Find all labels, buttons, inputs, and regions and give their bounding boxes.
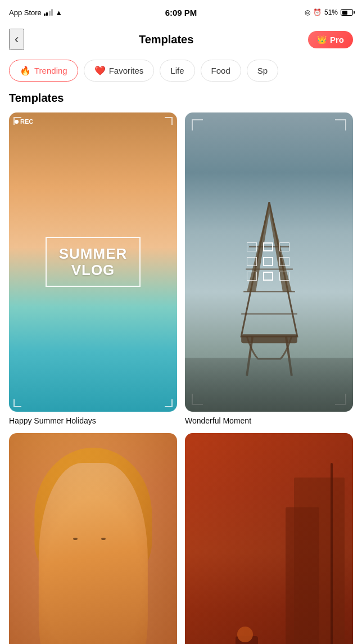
page-title: Templates — [139, 33, 193, 46]
fire-icon: 🔥 — [20, 65, 31, 76]
focus-sq-tc — [263, 242, 273, 251]
vlog-title: SUMMER VLOG — [59, 246, 128, 278]
pro-badge[interactable]: 👑 Pro — [308, 31, 353, 48]
carrier-text: App Store — [9, 8, 42, 17]
template-label-eiffel: Wonderful Moment — [185, 416, 353, 425]
status-right: ◎ ⏰ 51% — [305, 8, 353, 16]
battery-percent: 51% — [324, 8, 338, 16]
template-thumb-eiffel — [185, 112, 353, 412]
eiffel-bg — [185, 112, 353, 412]
template-card-eiffel[interactable]: Wonderful Moment — [185, 112, 353, 425]
template-thumb-portrait — [9, 433, 177, 644]
tab-life-label: Life — [170, 66, 184, 75]
focus-sq-bc — [263, 272, 273, 281]
wifi-icon: ▲ — [55, 8, 62, 17]
tab-trending-label: Trending — [34, 66, 67, 75]
focus-sq-tl — [247, 242, 257, 251]
signal-icon — [44, 9, 53, 16]
svg-rect-7 — [241, 335, 297, 344]
filter-tabs: 🔥 Trending ❤️ Favorites Life Food Sp — [0, 54, 362, 89]
focus-squares — [247, 242, 292, 282]
tab-life[interactable]: Life — [160, 60, 194, 82]
summer-vlog-bg: REC SUMMER VLOG — [9, 112, 177, 412]
heart-icon: ❤️ — [94, 65, 106, 76]
status-left: App Store ▲ — [9, 8, 62, 17]
focus-sq-tr — [279, 242, 289, 251]
status-time: 6:09 PM — [165, 8, 197, 17]
battery-icon — [341, 9, 353, 16]
tab-trending[interactable]: 🔥 Trending — [9, 60, 78, 82]
template-card-summer-vlog[interactable]: REC SUMMER VLOG Happy Summer Holidays — [9, 112, 177, 425]
bracket-tl — [192, 119, 203, 130]
tab-favorites[interactable]: ❤️ Favorites — [84, 60, 155, 82]
focus-sq-br — [279, 272, 289, 281]
template-grid: REC SUMMER VLOG Happy Summer Holidays — [0, 112, 362, 644]
template-card-street[interactable] — [185, 433, 353, 644]
bracket-tr — [335, 119, 346, 130]
status-bar: App Store ▲ 6:09 PM ◎ ⏰ 51% — [0, 0, 362, 25]
vlog-text-box: SUMMER VLOG — [46, 237, 141, 287]
tab-sports[interactable]: Sp — [247, 60, 278, 82]
alarm-icon: ⏰ — [313, 8, 322, 16]
tab-favorites-label: Favorites — [109, 66, 144, 75]
tab-food[interactable]: Food — [201, 60, 241, 82]
tab-sports-label: Sp — [257, 66, 268, 75]
tab-food-label: Food — [211, 66, 230, 75]
focus-sq-bl — [247, 272, 257, 281]
portrait-bg — [9, 433, 177, 644]
location-icon: ◎ — [305, 8, 310, 16]
template-card-portrait[interactable] — [9, 433, 177, 644]
section-title: Templates — [0, 89, 362, 112]
crown-icon: 👑 — [317, 35, 327, 44]
focus-sq-mr — [279, 257, 289, 266]
focus-sq-ml — [247, 257, 257, 266]
street-bg — [185, 433, 353, 644]
pro-label: Pro — [330, 35, 344, 44]
template-thumb-street — [185, 433, 353, 644]
template-thumb-summer-vlog: REC SUMMER VLOG — [9, 112, 177, 412]
template-label-summer-vlog: Happy Summer Holidays — [9, 416, 177, 425]
back-button[interactable]: ‹ — [9, 29, 24, 50]
nav-bar: ‹ Templates 👑 Pro — [0, 25, 362, 54]
focus-sq-mc — [263, 257, 273, 266]
eiffel-tower-svg — [223, 202, 315, 381]
